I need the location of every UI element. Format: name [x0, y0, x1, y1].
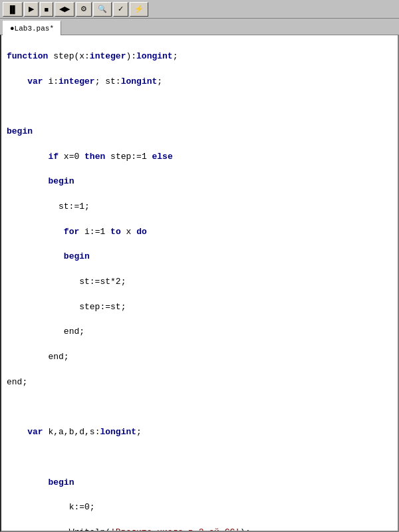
toolbar: ▐▌ ▶ ■ ◀▶ ⚙ 🔍 ✓ ⚡	[0, 0, 399, 19]
toolbar-btn-6[interactable]: 🔍	[93, 2, 112, 17]
code-editor[interactable]: function step(x:integer):longint; var i:…	[0, 35, 399, 532]
tab-lab3[interactable]: ●Lab3.pas*	[3, 21, 61, 35]
main-window: ▐▌ ▶ ■ ◀▶ ⚙ 🔍 ✓ ⚡ ●Lab3.pas* function st…	[0, 0, 399, 532]
tab-label: ●Lab3.pas*	[10, 25, 54, 33]
toolbar-btn-4[interactable]: ◀▶	[55, 2, 74, 17]
toolbar-btn-7[interactable]: ✓	[113, 2, 128, 17]
toolbar-btn-2[interactable]: ▶	[24, 2, 39, 17]
toolbar-btn-5[interactable]: ⚙	[76, 2, 92, 17]
toolbar-btn-1[interactable]: ▐▌	[3, 2, 23, 17]
toolbar-btn-3[interactable]: ■	[40, 2, 54, 17]
toolbar-btn-8[interactable]: ⚡	[130, 2, 148, 17]
tab-bar: ●Lab3.pas*	[0, 19, 399, 35]
code-block: function step(x:integer):longint; var i:…	[7, 38, 392, 532]
